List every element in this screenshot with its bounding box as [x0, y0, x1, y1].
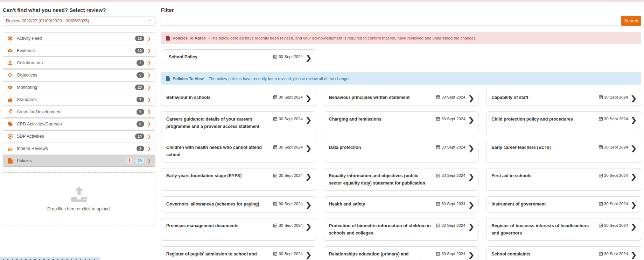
policy-card[interactable]: Behaviour in schools 30 Sept 2024 ❯ [161, 90, 316, 106]
sidebar-item-areas-for-development[interactable]: Areas for Development 9 ❯ [3, 106, 155, 118]
calendar-icon [273, 252, 277, 256]
policy-card[interactable]: Protection of biometric information of c… [324, 218, 479, 241]
sidebar-item-label: Policies [17, 158, 126, 163]
chevron-right-icon: ❯ [305, 251, 312, 259]
policies-to-agree-list: _School Policy 30 Sept 2024 ❯ [161, 49, 641, 65]
policy-card[interactable]: Data protection 30 Sept 2024 ❯ [324, 140, 479, 162]
policy-card[interactable]: Child protection policy and procedures 3… [486, 111, 641, 134]
policy-date: 30 Sept 2024 [599, 201, 628, 206]
chevron-right-icon: ❯ [468, 94, 474, 102]
calendar-icon [273, 55, 277, 59]
chevron-right-icon: ❯ [305, 223, 312, 230]
policy-card[interactable]: First aid in schools 30 Sept 2024 ❯ [486, 168, 641, 191]
policy-title: Data protection [329, 144, 433, 159]
chevron-right-icon: ❯ [305, 54, 312, 62]
policy-card[interactable]: Behaviour principles written statement 3… [324, 90, 479, 106]
policy-card[interactable]: Charging and remissions 30 Sept 2024 ❯ [324, 111, 479, 134]
policy-card[interactable]: _School Policy 30 Sept 2024 ❯ [161, 49, 316, 65]
chevron-right-icon: ❯ [147, 60, 151, 65]
sidebar-item-evidence[interactable]: Evidence 10 ❯ [3, 45, 155, 57]
policy-date: 30 Sept 2024 [273, 201, 302, 206]
circle-star-icon [7, 133, 13, 139]
policy-date: 30 Sept 2024 [436, 173, 465, 178]
calendar-icon [436, 95, 440, 99]
calendar-icon [599, 202, 603, 206]
policy-date: 30 Sept 2024 [599, 94, 628, 99]
policy-card[interactable]: Early career teachers (ECTs) 30 Sept 202… [486, 140, 641, 162]
chevron-right-icon: ❯ [305, 201, 312, 209]
policy-card[interactable]: Relationships education (primary) and re… [324, 246, 479, 260]
link-preview-bar [0, 257, 100, 260]
review-select[interactable]: Review 2022/23 (01/09/2020 - 30/06/2025) [3, 16, 155, 26]
file-icon [166, 36, 170, 41]
sidebar-item-monitoring[interactable]: Monitoring 20 ❯ [3, 81, 155, 93]
gavel-icon [7, 109, 13, 115]
sidebar-item-interim-reviews[interactable]: Interim Reviews 2 ❯ [3, 143, 155, 154]
sidebar-item-standards[interactable]: Standards 7 ❯ [3, 94, 155, 106]
chevron-right-icon: ❯ [305, 173, 312, 180]
policy-date: 30 Sept 2024 [273, 251, 302, 256]
policy-date: 30 Sept 2024 [599, 223, 628, 228]
policy-date-text: 30 Sept 2024 [441, 95, 465, 99]
sidebar-item-policies[interactable]: Policies 1 29 ❯ [3, 155, 155, 167]
policy-date-text: 30 Sept 2024 [604, 117, 628, 121]
search-button[interactable]: Search [621, 16, 641, 26]
policy-date-text: 30 Sept 2024 [441, 252, 465, 256]
file-icon [7, 158, 13, 164]
sidebar-item-collaborators[interactable]: Collaborators 2 ❯ [3, 57, 155, 69]
policy-date: 30 Sept 2024 [436, 223, 465, 228]
sidebar-item-label: Standards [17, 97, 136, 102]
chevron-right-icon: ❯ [147, 109, 151, 114]
sidebar-item-sdp-activities[interactable]: SDP Activities 14 ❯ [3, 130, 155, 142]
sidebar-item-label: Evidence [17, 48, 135, 53]
policies-to-view-list: Behaviour in schools 30 Sept 2024 ❯ Beha… [161, 90, 641, 260]
policy-card[interactable]: Governors' allowances (schemes for payin… [161, 196, 316, 212]
policy-title: Register of business interests of headte… [491, 222, 595, 237]
chevron-right-icon: ❯ [305, 116, 312, 124]
chevron-right-icon: ❯ [630, 173, 637, 180]
policy-card[interactable]: Early years foundation stage (EYFS) 30 S… [161, 168, 316, 191]
policy-card[interactable]: Children with health needs who cannot at… [161, 140, 316, 162]
banner-title: Policies To Agree [173, 36, 206, 40]
policy-date-text: 30 Sept 2024 [604, 252, 628, 256]
policy-title: Careers guidance: details of your career… [166, 115, 270, 130]
policy-card[interactable]: Equality information and objectives (pub… [324, 168, 479, 191]
sidebar-item-label: Collaborators [17, 60, 136, 65]
policy-card[interactable]: Instrument of government 30 Sept 2024 ❯ [486, 196, 641, 212]
calendar-icon [436, 223, 440, 228]
policy-date-text: 30 Sept 2024 [279, 252, 302, 256]
policy-card[interactable]: Health and safety 30 Sept 2024 ❯ [324, 196, 479, 212]
calendar-icon [436, 173, 440, 178]
top-cropped-banner [0, 0, 644, 2]
sidebar-item-label: CPD Activities/Courses [17, 122, 136, 127]
policy-title: School complaints [491, 250, 595, 260]
sidebar-item-cpd-activities-courses[interactable]: CPD Activities/Courses 8 ❯ [3, 118, 155, 130]
chevron-right-icon: ❯ [468, 144, 474, 152]
policy-date: 30 Sept 2024 [273, 94, 302, 99]
policy-title: _School Policy [166, 53, 270, 62]
sidebar-item-objectives[interactable]: Objectives 5 ❯ [3, 69, 155, 81]
calendar-icon [273, 173, 277, 178]
calendar-icon [273, 117, 277, 121]
file-upload-dropzone[interactable]: Drop files here or click to upload. [3, 172, 155, 225]
count-badge: 20 [135, 85, 144, 91]
sidebar-item-activity-feed[interactable]: Activity Feed 19 ❯ [3, 32, 155, 44]
policy-card[interactable]: Register of business interests of headte… [486, 218, 641, 241]
policy-card[interactable]: Capability of staff 30 Sept 2024 ❯ [486, 90, 641, 106]
calendar-icon [599, 145, 603, 149]
policy-date: 30 Sept 2024 [273, 144, 302, 149]
tag-icon [7, 121, 13, 127]
calendar-icon [599, 95, 603, 99]
count-badge: 8 [136, 121, 144, 127]
policy-date: 30 Sept 2024 [436, 144, 465, 149]
calendar-icon [599, 223, 603, 228]
policy-title: Behaviour principles written statement [329, 94, 433, 102]
filter-search-input[interactable] [161, 16, 620, 26]
policy-title: Child protection policy and procedures [491, 115, 595, 130]
policy-card[interactable]: Premises management documents 30 Sept 20… [161, 218, 316, 241]
chevron-right-icon: ❯ [147, 158, 151, 163]
policy-card[interactable]: School complaints 30 Sept 2024 ❯ [486, 246, 641, 260]
policy-card[interactable]: Careers guidance: details of your career… [161, 111, 316, 134]
search-row: Search [161, 16, 641, 26]
policy-card[interactable]: Register of pupils' admission to school … [161, 246, 316, 260]
